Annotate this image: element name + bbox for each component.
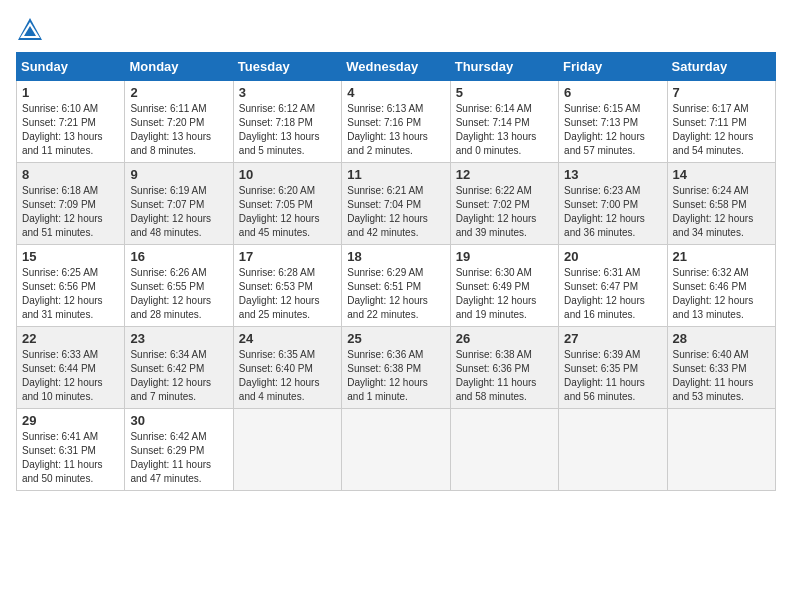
calendar-week-row: 22Sunrise: 6:33 AMSunset: 6:44 PMDayligh… — [17, 327, 776, 409]
day-info: Sunrise: 6:25 AMSunset: 6:56 PMDaylight:… — [22, 266, 119, 322]
calendar-week-row: 15Sunrise: 6:25 AMSunset: 6:56 PMDayligh… — [17, 245, 776, 327]
day-info: Sunrise: 6:42 AMSunset: 6:29 PMDaylight:… — [130, 430, 227, 486]
day-info: Sunrise: 6:13 AMSunset: 7:16 PMDaylight:… — [347, 102, 444, 158]
day-info: Sunrise: 6:29 AMSunset: 6:51 PMDaylight:… — [347, 266, 444, 322]
calendar-cell: 13Sunrise: 6:23 AMSunset: 7:00 PMDayligh… — [559, 163, 667, 245]
day-number: 10 — [239, 167, 336, 182]
day-number: 26 — [456, 331, 553, 346]
day-number: 28 — [673, 331, 770, 346]
day-info: Sunrise: 6:21 AMSunset: 7:04 PMDaylight:… — [347, 184, 444, 240]
day-info: Sunrise: 6:41 AMSunset: 6:31 PMDaylight:… — [22, 430, 119, 486]
calendar-cell — [342, 409, 450, 491]
calendar-cell: 28Sunrise: 6:40 AMSunset: 6:33 PMDayligh… — [667, 327, 775, 409]
calendar-cell: 20Sunrise: 6:31 AMSunset: 6:47 PMDayligh… — [559, 245, 667, 327]
calendar-week-row: 8Sunrise: 6:18 AMSunset: 7:09 PMDaylight… — [17, 163, 776, 245]
day-number: 17 — [239, 249, 336, 264]
calendar-cell: 14Sunrise: 6:24 AMSunset: 6:58 PMDayligh… — [667, 163, 775, 245]
day-number: 16 — [130, 249, 227, 264]
calendar-cell: 27Sunrise: 6:39 AMSunset: 6:35 PMDayligh… — [559, 327, 667, 409]
calendar-cell: 26Sunrise: 6:38 AMSunset: 6:36 PMDayligh… — [450, 327, 558, 409]
day-info: Sunrise: 6:39 AMSunset: 6:35 PMDaylight:… — [564, 348, 661, 404]
day-info: Sunrise: 6:35 AMSunset: 6:40 PMDaylight:… — [239, 348, 336, 404]
day-number: 14 — [673, 167, 770, 182]
day-info: Sunrise: 6:36 AMSunset: 6:38 PMDaylight:… — [347, 348, 444, 404]
calendar-cell: 18Sunrise: 6:29 AMSunset: 6:51 PMDayligh… — [342, 245, 450, 327]
day-info: Sunrise: 6:24 AMSunset: 6:58 PMDaylight:… — [673, 184, 770, 240]
calendar-cell: 25Sunrise: 6:36 AMSunset: 6:38 PMDayligh… — [342, 327, 450, 409]
header-monday: Monday — [125, 53, 233, 81]
day-number: 25 — [347, 331, 444, 346]
day-info: Sunrise: 6:34 AMSunset: 6:42 PMDaylight:… — [130, 348, 227, 404]
calendar-cell — [559, 409, 667, 491]
day-number: 8 — [22, 167, 119, 182]
day-number: 30 — [130, 413, 227, 428]
day-number: 18 — [347, 249, 444, 264]
day-number: 29 — [22, 413, 119, 428]
day-number: 7 — [673, 85, 770, 100]
day-number: 3 — [239, 85, 336, 100]
calendar-cell: 4Sunrise: 6:13 AMSunset: 7:16 PMDaylight… — [342, 81, 450, 163]
calendar-cell: 15Sunrise: 6:25 AMSunset: 6:56 PMDayligh… — [17, 245, 125, 327]
calendar-cell — [667, 409, 775, 491]
calendar-cell: 17Sunrise: 6:28 AMSunset: 6:53 PMDayligh… — [233, 245, 341, 327]
calendar-cell: 2Sunrise: 6:11 AMSunset: 7:20 PMDaylight… — [125, 81, 233, 163]
day-info: Sunrise: 6:10 AMSunset: 7:21 PMDaylight:… — [22, 102, 119, 158]
day-info: Sunrise: 6:26 AMSunset: 6:55 PMDaylight:… — [130, 266, 227, 322]
calendar-cell: 30Sunrise: 6:42 AMSunset: 6:29 PMDayligh… — [125, 409, 233, 491]
calendar-cell: 22Sunrise: 6:33 AMSunset: 6:44 PMDayligh… — [17, 327, 125, 409]
day-number: 9 — [130, 167, 227, 182]
calendar-cell: 24Sunrise: 6:35 AMSunset: 6:40 PMDayligh… — [233, 327, 341, 409]
calendar-cell: 19Sunrise: 6:30 AMSunset: 6:49 PMDayligh… — [450, 245, 558, 327]
day-number: 24 — [239, 331, 336, 346]
day-info: Sunrise: 6:20 AMSunset: 7:05 PMDaylight:… — [239, 184, 336, 240]
header-friday: Friday — [559, 53, 667, 81]
day-info: Sunrise: 6:15 AMSunset: 7:13 PMDaylight:… — [564, 102, 661, 158]
day-info: Sunrise: 6:11 AMSunset: 7:20 PMDaylight:… — [130, 102, 227, 158]
calendar-cell: 10Sunrise: 6:20 AMSunset: 7:05 PMDayligh… — [233, 163, 341, 245]
calendar-header-row: SundayMondayTuesdayWednesdayThursdayFrid… — [17, 53, 776, 81]
calendar-week-row: 29Sunrise: 6:41 AMSunset: 6:31 PMDayligh… — [17, 409, 776, 491]
day-number: 13 — [564, 167, 661, 182]
day-info: Sunrise: 6:32 AMSunset: 6:46 PMDaylight:… — [673, 266, 770, 322]
calendar-cell: 21Sunrise: 6:32 AMSunset: 6:46 PMDayligh… — [667, 245, 775, 327]
calendar-cell: 8Sunrise: 6:18 AMSunset: 7:09 PMDaylight… — [17, 163, 125, 245]
day-info: Sunrise: 6:40 AMSunset: 6:33 PMDaylight:… — [673, 348, 770, 404]
day-info: Sunrise: 6:30 AMSunset: 6:49 PMDaylight:… — [456, 266, 553, 322]
calendar-week-row: 1Sunrise: 6:10 AMSunset: 7:21 PMDaylight… — [17, 81, 776, 163]
logo-icon — [16, 16, 44, 44]
day-info: Sunrise: 6:18 AMSunset: 7:09 PMDaylight:… — [22, 184, 119, 240]
day-number: 27 — [564, 331, 661, 346]
day-number: 20 — [564, 249, 661, 264]
calendar-cell: 11Sunrise: 6:21 AMSunset: 7:04 PMDayligh… — [342, 163, 450, 245]
day-info: Sunrise: 6:31 AMSunset: 6:47 PMDaylight:… — [564, 266, 661, 322]
header-wednesday: Wednesday — [342, 53, 450, 81]
day-info: Sunrise: 6:17 AMSunset: 7:11 PMDaylight:… — [673, 102, 770, 158]
calendar-cell: 3Sunrise: 6:12 AMSunset: 7:18 PMDaylight… — [233, 81, 341, 163]
day-number: 22 — [22, 331, 119, 346]
day-number: 2 — [130, 85, 227, 100]
day-info: Sunrise: 6:38 AMSunset: 6:36 PMDaylight:… — [456, 348, 553, 404]
header-thursday: Thursday — [450, 53, 558, 81]
day-number: 5 — [456, 85, 553, 100]
calendar-cell: 1Sunrise: 6:10 AMSunset: 7:21 PMDaylight… — [17, 81, 125, 163]
calendar-cell: 23Sunrise: 6:34 AMSunset: 6:42 PMDayligh… — [125, 327, 233, 409]
day-info: Sunrise: 6:12 AMSunset: 7:18 PMDaylight:… — [239, 102, 336, 158]
day-number: 23 — [130, 331, 227, 346]
calendar-cell: 29Sunrise: 6:41 AMSunset: 6:31 PMDayligh… — [17, 409, 125, 491]
calendar-cell: 16Sunrise: 6:26 AMSunset: 6:55 PMDayligh… — [125, 245, 233, 327]
day-number: 19 — [456, 249, 553, 264]
calendar-cell: 7Sunrise: 6:17 AMSunset: 7:11 PMDaylight… — [667, 81, 775, 163]
header-saturday: Saturday — [667, 53, 775, 81]
header-tuesday: Tuesday — [233, 53, 341, 81]
day-number: 6 — [564, 85, 661, 100]
day-info: Sunrise: 6:23 AMSunset: 7:00 PMDaylight:… — [564, 184, 661, 240]
day-info: Sunrise: 6:14 AMSunset: 7:14 PMDaylight:… — [456, 102, 553, 158]
day-number: 21 — [673, 249, 770, 264]
day-number: 11 — [347, 167, 444, 182]
calendar-cell: 12Sunrise: 6:22 AMSunset: 7:02 PMDayligh… — [450, 163, 558, 245]
logo — [16, 16, 48, 44]
calendar-cell — [450, 409, 558, 491]
day-info: Sunrise: 6:28 AMSunset: 6:53 PMDaylight:… — [239, 266, 336, 322]
calendar-cell: 5Sunrise: 6:14 AMSunset: 7:14 PMDaylight… — [450, 81, 558, 163]
day-info: Sunrise: 6:22 AMSunset: 7:02 PMDaylight:… — [456, 184, 553, 240]
